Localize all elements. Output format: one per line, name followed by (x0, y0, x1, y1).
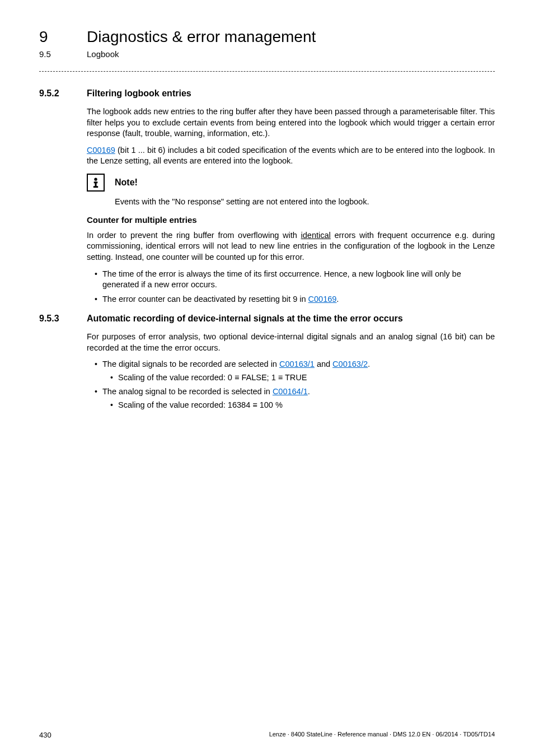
text: . (336, 295, 339, 304)
subsection-number: 9.5.2 (39, 88, 87, 99)
paragraph: The logbook adds new entries to the ring… (87, 106, 495, 139)
text: In order to prevent the ring buffer from… (87, 231, 301, 240)
paragraph: In order to prevent the ring buffer from… (87, 230, 495, 263)
link-c00164-1[interactable]: C00164/1 (273, 387, 308, 396)
paragraph: For purposes of error analysis, two opti… (87, 332, 495, 353)
list-item: Scaling of the value recorded: 0 ≡ FALSE… (110, 372, 495, 384)
divider (39, 71, 495, 72)
svg-point-0 (94, 178, 97, 180)
text: (bit 1 ... bit 6) includes a bit coded s… (87, 146, 495, 166)
text: . (368, 360, 370, 368)
note-body: Events with the "No response" setting ar… (115, 197, 495, 206)
page-number: 430 (39, 731, 51, 739)
info-icon (87, 174, 105, 192)
link-c00163-1[interactable]: C00163/1 (279, 360, 315, 368)
text-underline: identical (301, 231, 331, 240)
link-c00169[interactable]: C00169 (308, 295, 337, 304)
footer-reference: Lenze · 8400 StateLine · Reference manua… (269, 731, 495, 739)
svg-rect-2 (95, 181, 97, 186)
note-box: Note! Events with the "No response" sett… (87, 174, 495, 206)
list-item: The digital signals to be recorded are s… (95, 359, 495, 383)
list-item: Scaling of the value recorded: 16384 ≡ 1… (110, 400, 495, 411)
chapter-title: Diagnostics & error management (87, 28, 316, 46)
section-title: Logbook (87, 49, 119, 59)
text: The error counter can be deactivated by … (102, 295, 308, 304)
note-title: Note! (115, 178, 138, 188)
link-c00163-2[interactable]: C00163/2 (332, 360, 368, 368)
text: and (315, 360, 332, 368)
subsection-number: 9.5.3 (39, 314, 87, 324)
section-number: 9.5 (39, 49, 87, 59)
list-item: The error counter can be deactivated by … (95, 294, 495, 305)
subheading: Counter for multiple entries (87, 215, 495, 225)
paragraph: C00169 (bit 1 ... bit 6) includes a bit … (87, 145, 495, 167)
list-item: The analog signal to be recorded is sele… (95, 386, 495, 410)
chapter-number: 9 (39, 28, 87, 46)
text: The digital signals to be recorded are s… (102, 360, 279, 368)
text: . (308, 387, 310, 396)
link-c00169[interactable]: C00169 (87, 146, 115, 155)
text: The analog signal to be recorded is sele… (102, 387, 273, 396)
subsection-title: Automatic recording of device-internal s… (87, 314, 403, 324)
svg-rect-3 (93, 186, 98, 188)
list-item: The time of the error is always the time… (95, 269, 495, 291)
subsection-title: Filtering logbook entries (87, 88, 191, 99)
